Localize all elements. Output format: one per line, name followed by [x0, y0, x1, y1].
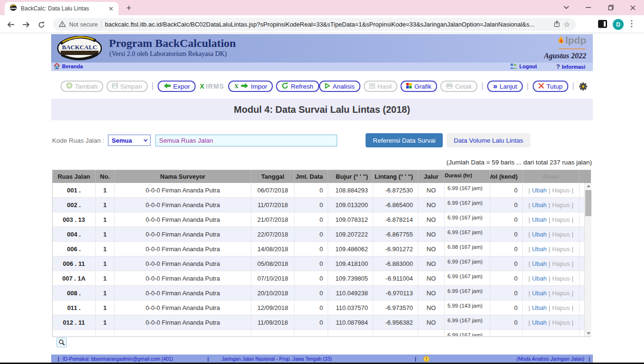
- column-header-ruas[interactable]: Ruas Jalan: [53, 170, 96, 183]
- bookmark-star-icon[interactable]: ☆: [564, 20, 570, 29]
- column-header-nama[interactable]: Nama Surveyor: [115, 170, 251, 183]
- zoom-search-button[interactable]: [56, 337, 67, 347]
- user-id-text: ID-Pemakai: bbsemarangadmin@gmail.com (4…: [63, 356, 173, 362]
- hapus-link[interactable]: Hapus: [552, 304, 570, 311]
- menu-separator: |: [528, 290, 530, 297]
- menu-separator: |: [528, 246, 530, 253]
- reload-icon[interactable]: [36, 20, 46, 29]
- tutup-button[interactable]: Tutup: [533, 81, 568, 92]
- analisis-button[interactable]: Analisis: [319, 81, 360, 92]
- ubah-link[interactable]: Ubah: [532, 290, 546, 297]
- column-header-durasi[interactable]: Durasi (hr): [445, 170, 490, 183]
- share-icon[interactable]: [554, 20, 560, 29]
- referensi-data-survai-button[interactable]: Referensi Data Survai: [366, 133, 443, 147]
- tab-close-icon[interactable]: ✕: [108, 6, 114, 12]
- beranda-link[interactable]: Beranda: [54, 63, 83, 69]
- grafik-button[interactable]: Grafik: [401, 81, 437, 92]
- hapus-link[interactable]: Hapus: [552, 216, 570, 223]
- cell-durasi: 6.99 (167 jam): [445, 256, 490, 271]
- scroll-down-icon[interactable]: [585, 330, 591, 337]
- cell-jalur: NO: [418, 256, 445, 271]
- column-header-menu[interactable]: Menu: [523, 170, 580, 183]
- footer-separator: |: [58, 356, 59, 362]
- cell-menu: |Ubah|Hapus|: [523, 198, 580, 212]
- tab-search-icon[interactable]: [555, 0, 577, 15]
- ubah-link[interactable]: Ubah: [532, 216, 546, 223]
- forward-icon[interactable]: [21, 20, 31, 29]
- column-header-jml[interactable]: Jml. Data: [295, 170, 328, 183]
- hapus-link[interactable]: Hapus: [552, 231, 570, 238]
- ubah-link[interactable]: Ubah: [532, 260, 546, 267]
- restore-icon[interactable]: [599, 0, 622, 15]
- ubah-link[interactable]: Ubah: [532, 201, 546, 209]
- cell-ruas: 002 .: [53, 198, 96, 212]
- side-panel-icon[interactable]: [598, 20, 607, 30]
- close-window-icon[interactable]: [622, 0, 644, 15]
- column-header-jalur[interactable]: Jalur: [418, 170, 445, 183]
- menu-separator: |: [549, 246, 550, 253]
- cell-jml: [295, 330, 328, 336]
- cell-vol: 0: [490, 256, 523, 271]
- refresh-button[interactable]: Refresh: [276, 81, 319, 92]
- ubah-link[interactable]: Ubah: [532, 319, 546, 326]
- scrollbar-thumb[interactable]: [585, 190, 591, 216]
- column-header-no[interactable]: No.: [96, 170, 115, 183]
- informasi-link[interactable]: ? Informasi: [556, 63, 585, 70]
- ubah-link[interactable]: Ubah: [532, 304, 546, 311]
- hapus-link[interactable]: Hapus: [552, 201, 570, 209]
- security-label: Not secure: [69, 21, 98, 28]
- cell-jalur: NO: [418, 300, 445, 315]
- tambah-button: Tambah: [61, 81, 103, 92]
- cell-lintang: -6.973570: [373, 300, 418, 315]
- add-icon: [66, 82, 72, 90]
- cell-no: 1: [96, 315, 115, 329]
- menu-separator: |: [549, 319, 550, 326]
- table-scrollbar[interactable]: [584, 183, 591, 337]
- scroll-up-icon[interactable]: [585, 183, 591, 189]
- hapus-link[interactable]: Hapus: [552, 319, 570, 326]
- cell-jalur: NO: [418, 315, 445, 329]
- expor-button[interactable]: Expor: [158, 81, 196, 92]
- url-text[interactable]: backcalc.ftsl.itb.ac.id/BackCalc/BC02Dat…: [105, 21, 550, 28]
- column-header-lintang[interactable]: Lintang (° ' "): [373, 170, 418, 183]
- cell-vol: 0: [490, 315, 523, 329]
- lanjut-button[interactable]: » Lanjut: [487, 81, 523, 92]
- ubah-link[interactable]: Ubah: [532, 275, 546, 282]
- cell-durasi: 6.99 (167 jam): [445, 183, 490, 197]
- hapus-link[interactable]: Hapus: [552, 246, 570, 253]
- data-volume-lalu-lintas-button[interactable]: Data Volume Lalu Lintas: [447, 133, 530, 147]
- menu-separator: |: [528, 319, 530, 326]
- minimize-icon[interactable]: [577, 0, 599, 15]
- impor-button[interactable]: X Impor: [228, 81, 273, 92]
- column-header-vol[interactable]: Vol (kend): [490, 170, 523, 183]
- column-header-tgl[interactable]: Tanggal: [251, 170, 295, 183]
- cell-vol: 0: [490, 212, 523, 227]
- column-header-bujur[interactable]: Bujur (° ' "): [328, 170, 373, 183]
- cell-bujur: [328, 330, 373, 336]
- settings-gear-icon[interactable]: [579, 82, 587, 91]
- kode-ruas-select[interactable]: Semua: [108, 135, 151, 146]
- hapus-link[interactable]: Hapus: [552, 275, 570, 282]
- hapus-link[interactable]: Hapus: [552, 290, 570, 297]
- new-tab-button[interactable]: +: [123, 3, 134, 13]
- cell-tgl: 06/07/2018: [251, 183, 295, 197]
- back-icon[interactable]: [6, 20, 16, 29]
- cell-ruas: 006 . 11: [53, 256, 96, 271]
- analisis-label: Analisis: [332, 83, 355, 90]
- address-bar[interactable]: Not secure backcalc.ftsl.itb.ac.id/BackC…: [53, 18, 576, 31]
- cell-tgl: 12/09/2018: [251, 300, 295, 315]
- profile-avatar[interactable]: D: [613, 19, 624, 30]
- export-arrow-icon: [163, 83, 171, 90]
- tutup-label: Tutup: [546, 83, 563, 90]
- cell-nama: 0-0-0 Firman Ananda Putra: [115, 315, 251, 329]
- hapus-link[interactable]: Hapus: [552, 260, 570, 267]
- ubah-link[interactable]: Ubah: [532, 231, 546, 238]
- browser-tab[interactable]: BackCalc: Data Lalu Lintas ✕: [5, 2, 118, 15]
- ubah-link[interactable]: Ubah: [532, 187, 546, 194]
- logout-link[interactable]: Logout: [510, 63, 537, 69]
- cell-lintang: -6.956382: [373, 315, 418, 329]
- browser-menu-icon[interactable]: [631, 20, 633, 29]
- ruas-jalan-input[interactable]: Semua Ruas Jalan: [155, 135, 337, 146]
- ubah-link[interactable]: Ubah: [532, 246, 546, 253]
- hapus-link[interactable]: Hapus: [552, 187, 570, 194]
